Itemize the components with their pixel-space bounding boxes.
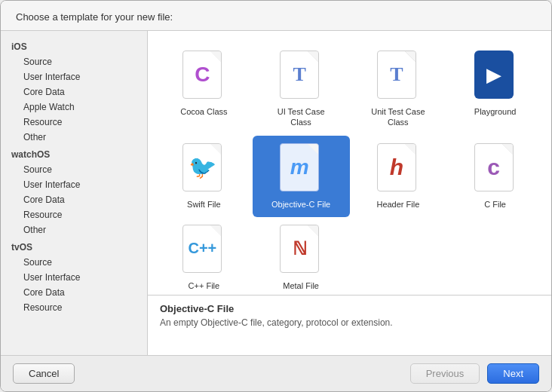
next-button[interactable]: Next xyxy=(487,363,539,384)
file-label-metal: Metal File xyxy=(283,280,319,291)
file-label-cpp: C++ File xyxy=(189,280,220,291)
sidebar-item-tvos-coredata[interactable]: Core Data xyxy=(1,285,147,300)
file-label-objc: Objective-C File xyxy=(271,199,330,210)
sidebar-item-tvos-ui[interactable]: User Interface xyxy=(1,270,147,285)
sidebar-item-watchos-source[interactable]: Source xyxy=(1,162,147,177)
previous-button[interactable]: Previous xyxy=(410,363,480,384)
sidebar-item-ios-ui[interactable]: User Interface xyxy=(1,69,147,84)
sidebar-item-tvos-source[interactable]: Source xyxy=(1,255,147,270)
file-label-header: Header File xyxy=(376,199,419,210)
sidebar-item-watchos-other[interactable]: Other xyxy=(1,222,147,237)
footer-right: Previous Next xyxy=(410,363,539,384)
c-icon: c xyxy=(474,143,517,194)
file-item-cpp[interactable]: C++ C++ File xyxy=(155,217,253,295)
ui-test-icon: T xyxy=(280,51,322,102)
file-label-swift: Swift File xyxy=(187,199,221,210)
main-content: C Cocoa Class T UI Test CaseClass xyxy=(148,31,551,355)
file-item-metal[interactable]: ℕ Metal File xyxy=(253,217,350,295)
sidebar-item-watchos-ui[interactable]: User Interface xyxy=(1,177,147,192)
cancel-button[interactable]: Cancel xyxy=(13,363,75,384)
file-item-header[interactable]: h Header File xyxy=(350,136,447,217)
header-icon: h xyxy=(377,143,419,194)
sidebar-item-watchos-coredata[interactable]: Core Data xyxy=(1,192,147,207)
dialog-header: Choose a template for your new file: xyxy=(1,1,551,30)
sidebar: iOS Source User Interface Core Data Appl… xyxy=(1,31,148,355)
sidebar-item-watchos-resource[interactable]: Resource xyxy=(1,207,147,222)
cocoa-icon: C xyxy=(182,51,225,102)
metal-icon: ℕ xyxy=(280,225,322,276)
sidebar-section-watchos: watchOS xyxy=(1,145,147,162)
playground-icon: ▶ xyxy=(474,51,517,102)
desc-text: An empty Objective-C file, category, pro… xyxy=(160,317,539,328)
header-text: Choose a template for your new file: xyxy=(16,11,173,23)
file-label-c: C File xyxy=(484,199,506,210)
sidebar-item-ios-applewatch[interactable]: Apple Watch xyxy=(1,100,147,115)
sidebar-item-ios-source[interactable]: Source xyxy=(1,54,147,69)
file-item-unit-test[interactable]: T Unit Test CaseClass xyxy=(350,43,447,136)
sidebar-section-tvos: tvOS xyxy=(1,237,147,255)
description-panel: Objective-C File An empty Objective-C fi… xyxy=(148,295,551,355)
file-item-objc[interactable]: m Objective-C File xyxy=(253,136,350,217)
unit-test-icon: T xyxy=(377,51,419,102)
sidebar-section-ios: iOS xyxy=(1,37,147,54)
file-grid: C Cocoa Class T UI Test CaseClass xyxy=(148,31,551,295)
file-label-playground: Playground xyxy=(474,106,517,117)
file-item-swift[interactable]: 🐦 Swift File xyxy=(155,136,253,217)
file-item-c[interactable]: c C File xyxy=(446,136,544,217)
swift-icon: 🐦 xyxy=(182,143,225,194)
file-item-playground[interactable]: ▶ Playground xyxy=(446,43,544,136)
file-item-cocoa[interactable]: C Cocoa Class xyxy=(155,43,253,136)
sidebar-item-tvos-resource[interactable]: Resource xyxy=(1,300,147,315)
dialog-body: iOS Source User Interface Core Data Appl… xyxy=(1,30,551,355)
file-label-ui-test: UI Test CaseClass xyxy=(278,106,325,128)
file-label-cocoa: Cocoa Class xyxy=(180,106,227,117)
desc-title: Objective-C File xyxy=(160,303,539,314)
sidebar-item-ios-resource[interactable]: Resource xyxy=(1,115,147,130)
sidebar-item-ios-other[interactable]: Other xyxy=(1,130,147,145)
cpp-icon: C++ xyxy=(182,225,225,276)
dialog-footer: Cancel Previous Next xyxy=(1,355,551,391)
sidebar-item-ios-coredata[interactable]: Core Data xyxy=(1,84,147,100)
file-label-unit-test: Unit Test CaseClass xyxy=(371,106,425,128)
objc-icon: m xyxy=(280,143,322,194)
file-item-ui-test[interactable]: T UI Test CaseClass xyxy=(253,43,350,136)
dialog: Choose a template for your new file: iOS… xyxy=(0,0,552,392)
